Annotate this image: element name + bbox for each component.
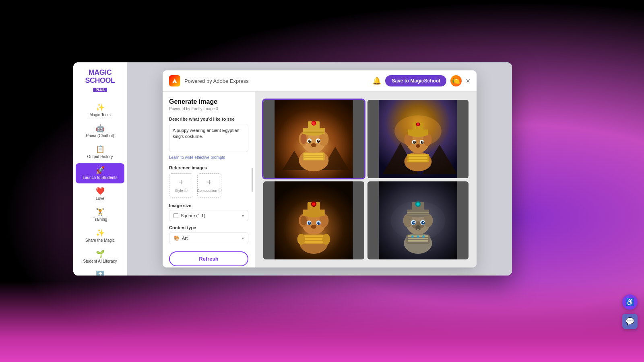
svg-rect-6 bbox=[304, 153, 323, 155]
svg-point-45 bbox=[416, 144, 421, 148]
composition-label: Composition bbox=[197, 189, 217, 193]
prompt-label: Describe what you'd like to see bbox=[169, 117, 248, 121]
svg-point-58 bbox=[297, 234, 305, 245]
love-icon: ❤️ bbox=[96, 187, 105, 195]
style-info-icon: ⓘ bbox=[184, 188, 188, 193]
chat-button[interactable]: 💬 bbox=[622, 314, 638, 329]
close-modal-button[interactable]: × bbox=[466, 77, 470, 84]
svg-point-63 bbox=[300, 216, 307, 225]
sidebar-nav: ✨ Magic Tools 🤖 Raina (Chatbot) 📋 Output… bbox=[73, 101, 127, 276]
training-icon: 🏋️ bbox=[96, 208, 105, 216]
ae-modal-header: Powered by Adobe Express 🔔 Save to Magic… bbox=[163, 70, 477, 92]
sidebar-item-label: Love bbox=[96, 196, 105, 201]
content-type-value: Art bbox=[182, 236, 188, 241]
svg-point-59 bbox=[322, 234, 330, 245]
svg-rect-33 bbox=[409, 154, 427, 156]
svg-rect-8 bbox=[304, 158, 323, 160]
svg-point-96 bbox=[415, 225, 421, 229]
reference-images-label: Reference images bbox=[169, 165, 248, 170]
image-size-value: Square (1:1) bbox=[181, 213, 205, 218]
app-container: MAGIC SCHOOL PLUS ✨ Magic Tools 🤖 Raina … bbox=[73, 62, 512, 276]
generated-image-4[interactable] bbox=[367, 181, 469, 260]
sidebar-logo: MAGIC SCHOOL PLUS bbox=[85, 69, 115, 93]
sidebar-item-launch-students[interactable]: 🚀 Launch to Students bbox=[76, 163, 124, 183]
svg-point-70 bbox=[311, 224, 317, 228]
ae-right-panel bbox=[255, 92, 477, 267]
svg-point-19 bbox=[311, 143, 317, 147]
square-icon bbox=[173, 213, 178, 218]
ae-header-title: Powered by Adobe Express bbox=[184, 78, 368, 84]
learn-prompts-link[interactable]: Learn to write effective prompts bbox=[169, 155, 248, 160]
student-ai-icon: 🌱 bbox=[96, 250, 105, 257]
composition-info-icon: ⓘ bbox=[218, 188, 222, 193]
sidebar-item-share-magic[interactable]: ✨ Share the Magic bbox=[76, 226, 124, 246]
sidebar-item-label: Launch to Students bbox=[83, 175, 117, 180]
generated-image-2[interactable] bbox=[367, 100, 469, 178]
sidebar-item-upgrade[interactable]: ⬆️ Upgrade bbox=[76, 268, 124, 276]
raina-icon: 🤖 bbox=[96, 125, 105, 132]
svg-point-17 bbox=[310, 140, 311, 142]
reference-images-row: + Style ⓘ + Composition ⓘ bbox=[169, 173, 248, 197]
svg-point-69 bbox=[319, 222, 320, 223]
sidebar-item-magic-tools[interactable]: ✨ Magic Tools bbox=[76, 101, 124, 121]
svg-point-84 bbox=[417, 235, 419, 238]
sidebar-item-label: Raina (Chatbot) bbox=[86, 134, 114, 138]
bell-icon[interactable]: 🔔 bbox=[372, 76, 381, 85]
sidebar-item-output-history[interactable]: 📋 Output History bbox=[76, 142, 124, 162]
sidebar: MAGIC SCHOOL PLUS ✨ Magic Tools 🤖 Raina … bbox=[73, 62, 127, 276]
svg-point-75 bbox=[312, 202, 316, 206]
upgrade-icon: ⬆️ bbox=[96, 271, 105, 276]
composition-reference-box[interactable]: + Composition ⓘ bbox=[197, 173, 221, 197]
generated-image-3[interactable] bbox=[263, 181, 364, 260]
svg-point-18 bbox=[318, 140, 320, 142]
modal-overlay: Powered by Adobe Express 🔔 Save to Magic… bbox=[127, 62, 512, 276]
svg-point-94 bbox=[413, 222, 415, 223]
svg-point-12 bbox=[300, 134, 307, 144]
sidebar-item-label: Share the Magic bbox=[85, 238, 115, 243]
svg-point-101 bbox=[417, 202, 420, 206]
sidebar-item-raina-chatbot[interactable]: 🤖 Raina (Chatbot) bbox=[76, 121, 124, 142]
style-reference-box[interactable]: + Style ⓘ bbox=[169, 173, 193, 197]
accessibility-icon: ♿ bbox=[625, 298, 634, 306]
adobe-express-logo bbox=[169, 75, 180, 86]
svg-point-44 bbox=[422, 142, 423, 143]
svg-rect-56 bbox=[303, 238, 324, 240]
style-label: Style bbox=[175, 189, 183, 193]
logo-school: SCHOOL bbox=[85, 77, 115, 85]
sidebar-item-label: Training bbox=[93, 217, 107, 222]
chat-icon: 💬 bbox=[625, 317, 634, 326]
image-size-row: Image size Square (1:1) ▾ bbox=[169, 203, 248, 221]
sidebar-item-student-ai[interactable]: 🌱 Student AI Literacy bbox=[76, 247, 124, 267]
refresh-button[interactable]: Refresh bbox=[169, 251, 248, 266]
sidebar-item-training[interactable]: 🏋️ Training bbox=[76, 205, 124, 225]
ae-left-panel: Generate image Powered by Firefly Image … bbox=[163, 92, 255, 267]
sidebar-item-label: Student AI Literacy bbox=[83, 259, 117, 264]
svg-rect-57 bbox=[303, 241, 324, 243]
sidebar-item-label: Magic Tools bbox=[89, 113, 111, 117]
share-icon: ✨ bbox=[96, 229, 105, 237]
content-type-select-inner: 🎨 Art bbox=[173, 235, 188, 241]
save-to-magicschool-button[interactable]: Save to MagicSchool bbox=[385, 75, 446, 86]
prompt-textarea[interactable]: A puppy wearing ancient Egyptian king's … bbox=[169, 124, 248, 152]
add-composition-icon: + bbox=[207, 178, 212, 187]
background-pink-gradient bbox=[0, 282, 644, 362]
image-grid bbox=[263, 100, 469, 259]
svg-point-95 bbox=[423, 222, 424, 223]
ae-header-actions: 🔔 Save to MagicSchool 🍋 × bbox=[372, 75, 470, 86]
svg-rect-35 bbox=[409, 160, 427, 162]
sidebar-item-love[interactable]: ❤️ Love bbox=[76, 184, 124, 204]
generated-image-1[interactable] bbox=[263, 100, 364, 178]
user-avatar: 🍋 bbox=[450, 75, 462, 86]
svg-point-85 bbox=[422, 235, 425, 238]
svg-point-43 bbox=[414, 142, 415, 143]
logo-magic: MAGIC bbox=[85, 69, 115, 77]
accessibility-button[interactable]: ♿ bbox=[622, 294, 638, 310]
svg-rect-7 bbox=[304, 156, 323, 157]
svg-rect-82 bbox=[408, 240, 428, 241]
image-size-select[interactable]: Square (1:1) ▾ bbox=[169, 210, 248, 221]
ae-modal-body: Generate image Powered by Firefly Image … bbox=[163, 92, 477, 267]
content-type-label: Content type bbox=[169, 225, 248, 230]
content-type-select[interactable]: 🎨 Art ▾ bbox=[169, 232, 248, 244]
launch-icon: 🚀 bbox=[96, 167, 105, 174]
sidebar-item-label: Output History bbox=[87, 154, 113, 159]
